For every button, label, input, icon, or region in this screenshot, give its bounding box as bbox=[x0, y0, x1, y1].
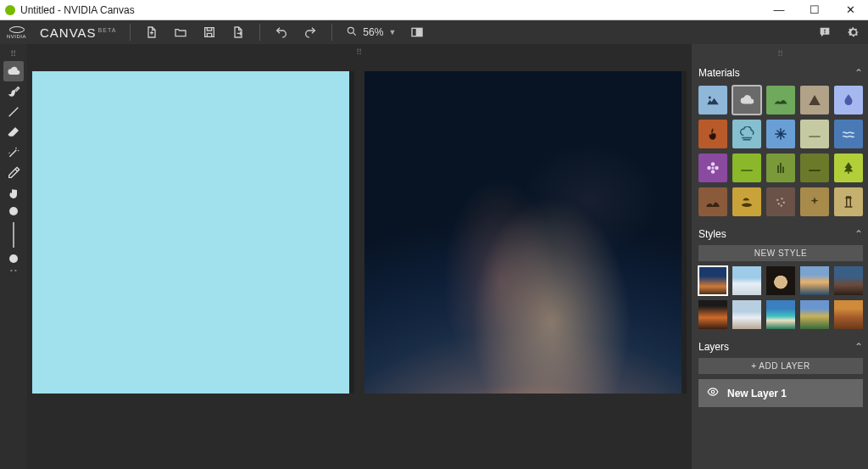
settings-button[interactable] bbox=[846, 25, 861, 40]
style-style-9[interactable] bbox=[800, 300, 829, 329]
svg-point-19 bbox=[711, 390, 715, 394]
tool-wand[interactable] bbox=[3, 142, 24, 163]
zoom-dropdown[interactable]: 56% ▼ bbox=[346, 25, 396, 40]
material-ruin[interactable] bbox=[834, 187, 863, 216]
svg-rect-2 bbox=[412, 28, 416, 36]
new-style-button[interactable]: NEW STYLE bbox=[698, 245, 863, 261]
visibility-icon[interactable] bbox=[707, 386, 719, 400]
undo-button[interactable] bbox=[274, 25, 289, 40]
material-snow[interactable] bbox=[766, 120, 795, 148]
magnifier-icon bbox=[346, 25, 358, 40]
layer-row[interactable]: New Layer 1 bbox=[698, 379, 863, 407]
tool-brush[interactable] bbox=[3, 81, 24, 102]
style-style-10[interactable] bbox=[834, 300, 863, 329]
style-style-1[interactable] bbox=[698, 266, 727, 295]
svg-point-7 bbox=[712, 167, 715, 170]
open-file-button[interactable] bbox=[173, 25, 188, 40]
main-area: ⠿ • • ⠿ ⠿ Materials ⌃ Styles ⌃ bbox=[0, 44, 868, 469]
tool-eraser[interactable] bbox=[3, 122, 24, 142]
material-dirt[interactable] bbox=[698, 187, 727, 216]
redo-button[interactable] bbox=[303, 25, 318, 40]
app-brand: CANVASBETA bbox=[40, 25, 116, 40]
svg-rect-3 bbox=[418, 28, 422, 36]
material-sand[interactable] bbox=[800, 120, 829, 148]
material-gravel[interactable] bbox=[766, 187, 795, 216]
brush-size-slider[interactable] bbox=[13, 222, 14, 248]
add-layer-button[interactable]: + ADD LAYER bbox=[698, 358, 863, 374]
material-mountain[interactable] bbox=[800, 86, 829, 114]
svg-point-10 bbox=[707, 166, 711, 170]
layers-panel-header[interactable]: Layers ⌃ bbox=[697, 338, 865, 356]
tool-pan[interactable] bbox=[3, 183, 24, 204]
material-water-a[interactable] bbox=[834, 86, 863, 114]
material-flower[interactable] bbox=[698, 154, 727, 182]
window-minimize-button[interactable]: — bbox=[761, 0, 797, 20]
window-close-button[interactable]: ✕ bbox=[832, 0, 868, 20]
tool-sidebar: ⠿ • • bbox=[0, 44, 27, 469]
compare-view-button[interactable] bbox=[409, 25, 425, 40]
segmentation-canvas[interactable] bbox=[32, 71, 354, 461]
window-title: Untitled - NVIDIA Canvas bbox=[20, 4, 135, 16]
brush-hardness-handle[interactable] bbox=[9, 254, 18, 263]
tool-eyedropper[interactable] bbox=[3, 163, 24, 183]
material-reeds[interactable] bbox=[766, 154, 795, 182]
svg-point-13 bbox=[742, 204, 752, 208]
styles-grid bbox=[697, 266, 865, 338]
window-titlebar: Untitled - NVIDIA Canvas — ☐ ✕ bbox=[0, 0, 868, 20]
svg-point-8 bbox=[711, 162, 715, 166]
slider-end-icon: • • bbox=[10, 266, 17, 274]
material-fog[interactable] bbox=[732, 120, 761, 148]
save-button[interactable] bbox=[202, 25, 217, 40]
styles-title: Styles bbox=[698, 228, 726, 240]
layer-name: New Layer 1 bbox=[727, 388, 787, 399]
render-canvas[interactable] bbox=[364, 71, 687, 461]
material-grass[interactable] bbox=[732, 154, 761, 182]
material-sea[interactable] bbox=[834, 120, 863, 148]
canvas-workspace: ⠿ bbox=[27, 44, 692, 469]
styles-panel-header[interactable]: Styles ⌃ bbox=[697, 225, 865, 243]
feedback-button[interactable] bbox=[817, 25, 832, 40]
material-hill[interactable] bbox=[766, 86, 795, 114]
svg-point-17 bbox=[778, 203, 780, 204]
style-style-8[interactable] bbox=[766, 300, 795, 329]
style-style-5[interactable] bbox=[834, 266, 863, 295]
svg-point-11 bbox=[715, 166, 719, 170]
canvas-grip: ⠿ bbox=[356, 47, 364, 57]
style-style-2[interactable] bbox=[732, 266, 761, 295]
app-header: NVIDIA CANVASBETA 56% ▼ bbox=[0, 20, 868, 44]
materials-panel-header[interactable]: Materials ⌃ bbox=[697, 64, 865, 82]
svg-point-18 bbox=[781, 204, 782, 206]
export-button[interactable] bbox=[231, 25, 246, 40]
material-island[interactable] bbox=[732, 187, 761, 216]
nvidia-dot-icon bbox=[5, 5, 15, 15]
tool-material[interactable] bbox=[3, 61, 24, 81]
style-style-3[interactable] bbox=[766, 266, 795, 295]
svg-point-9 bbox=[711, 170, 715, 174]
right-panels: ⠿ Materials ⌃ Styles ⌃ NEW STYLE Layers … bbox=[692, 44, 868, 469]
style-style-7[interactable] bbox=[732, 300, 761, 329]
nvidia-logo: NVIDIA bbox=[7, 26, 26, 39]
material-bush[interactable] bbox=[800, 154, 829, 182]
svg-rect-12 bbox=[848, 172, 849, 174]
chevron-down-icon: ▼ bbox=[388, 28, 396, 36]
style-style-4[interactable] bbox=[800, 266, 829, 295]
vertical-scrollbar[interactable] bbox=[682, 71, 687, 394]
materials-title: Materials bbox=[698, 67, 740, 79]
brush-size-handle[interactable] bbox=[9, 207, 18, 215]
svg-point-16 bbox=[783, 202, 785, 204]
new-file-button[interactable] bbox=[144, 25, 159, 40]
vertical-scrollbar[interactable] bbox=[349, 71, 354, 394]
material-sky[interactable] bbox=[698, 86, 727, 114]
chevron-up-icon: ⌃ bbox=[854, 228, 863, 240]
tool-line[interactable] bbox=[3, 102, 24, 122]
svg-rect-4 bbox=[824, 30, 825, 32]
material-tree[interactable] bbox=[834, 154, 863, 182]
materials-grid bbox=[697, 82, 865, 225]
material-rock[interactable] bbox=[800, 187, 829, 216]
svg-point-1 bbox=[348, 27, 354, 33]
window-maximize-button[interactable]: ☐ bbox=[797, 0, 832, 20]
material-cloud[interactable] bbox=[732, 86, 761, 114]
chevron-up-icon: ⌃ bbox=[854, 341, 863, 353]
style-style-6[interactable] bbox=[698, 300, 727, 329]
material-fire[interactable] bbox=[698, 120, 727, 148]
